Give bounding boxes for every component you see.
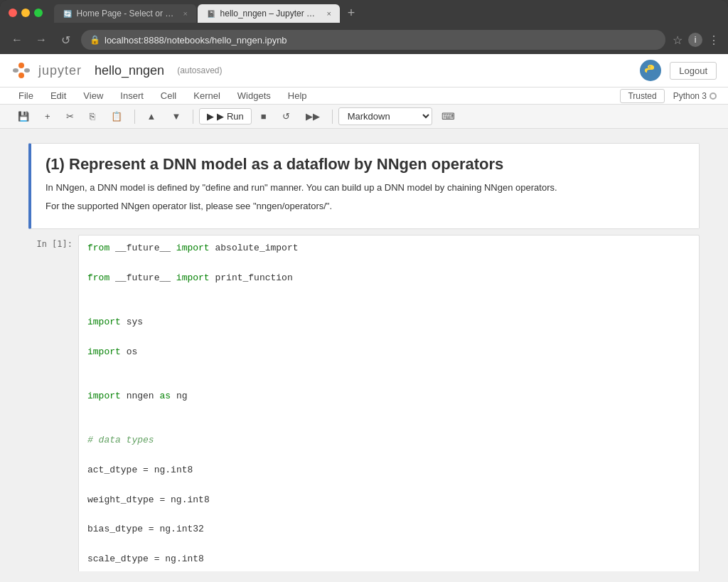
menu-insert[interactable]: Insert	[113, 88, 151, 104]
markdown-para-1: In NNgen, a DNN model is defined by "def…	[46, 181, 685, 195]
tab-close-jupyter[interactable]: ×	[327, 9, 331, 18]
tab-label-home: Home Page - Select or create ...	[77, 9, 176, 18]
lock-icon: 🔒	[90, 35, 100, 45]
kernel-status-circle	[710, 92, 717, 100]
new-tab-button[interactable]: +	[341, 3, 361, 23]
markdown-para-2: For the supported NNgen operator list, p…	[46, 199, 685, 213]
menu-view[interactable]: View	[76, 88, 110, 104]
cell-type-select[interactable]: Markdown Code Raw NBConvert	[338, 107, 432, 125]
move-up-button[interactable]: ▲	[141, 107, 163, 125]
paste-button[interactable]: 📋	[105, 107, 129, 125]
copy-button[interactable]: ⎘	[83, 107, 102, 125]
cell-label: In [1]:	[28, 235, 78, 249]
interrupt-button[interactable]: ■	[255, 107, 273, 125]
browser-actions: ☆ i ⋮	[673, 33, 719, 47]
url-bar[interactable]: 🔒 localhost:8888/notebooks/hello_nngen.i…	[81, 30, 665, 50]
notebook-area: (1) Represent a DNN model as a dataflow …	[0, 129, 728, 571]
toolbar-separator-1	[134, 110, 135, 124]
menu-widgets[interactable]: Widgets	[230, 88, 278, 104]
trusted-badge[interactable]: Trusted	[620, 89, 664, 103]
run-button[interactable]: ▶ ▶ Run	[199, 108, 251, 125]
jupyter-logo-area: jupyter hello_nngen (autosaved)	[11, 60, 223, 80]
toolbar-separator-2	[193, 110, 193, 124]
move-down-button[interactable]: ▼	[165, 107, 187, 125]
tab-favicon-home: 🔄	[63, 9, 73, 18]
header-right: Logout	[640, 60, 717, 81]
cell-input[interactable]: from __future__ import absolute_import f…	[78, 235, 700, 571]
menu-kernel[interactable]: Kernel	[186, 88, 228, 104]
cut-button[interactable]: ✂	[60, 107, 80, 125]
add-cell-button[interactable]: +	[38, 107, 57, 125]
traffic-lights	[9, 9, 43, 17]
markdown-cell[interactable]: (1) Represent a DNN model as a dataflow …	[28, 143, 700, 229]
forward-button[interactable]: →	[33, 31, 50, 48]
close-button[interactable]	[9, 9, 17, 17]
back-button[interactable]: ←	[9, 31, 26, 48]
svg-point-3	[24, 68, 30, 73]
code-cell-1: In [1]: from __future__ import absolute_…	[28, 235, 700, 571]
kernel-badge: Python 3	[673, 91, 717, 101]
menu-cell[interactable]: Cell	[154, 88, 183, 104]
menu-icon[interactable]: ⋮	[708, 33, 719, 47]
restart-button[interactable]: ↺	[276, 107, 296, 125]
tab-favicon-jupyter: 📓	[206, 9, 216, 18]
reload-button[interactable]: ↺	[57, 31, 74, 48]
menu-file[interactable]: File	[11, 88, 41, 104]
tabs-bar: 🔄 Home Page - Select or create ... × 📓 h…	[54, 3, 719, 23]
jupyter-content: jupyter hello_nngen (autosaved) Logout F…	[0, 54, 728, 582]
menu-edit[interactable]: Edit	[43, 88, 73, 104]
tab-home[interactable]: 🔄 Home Page - Select or create ... ×	[54, 4, 196, 23]
url-text: localhost:8888/notebooks/hello_nngen.ipy…	[105, 35, 287, 46]
toolbar: 💾 + ✂ ⎘ 📋 ▲ ▼ ▶ ▶ Run ■ ↺ ▶▶ Markdown Co…	[0, 105, 728, 129]
jupyter-wordmark: jupyter	[38, 63, 82, 78]
run-icon: ▶	[207, 111, 214, 122]
tab-close-home[interactable]: ×	[183, 9, 188, 18]
tab-label-jupyter: hello_nngen – Jupyter Notebo...	[220, 9, 320, 18]
fast-forward-button[interactable]: ▶▶	[299, 107, 326, 125]
svg-point-2	[13, 68, 18, 73]
svg-point-1	[18, 73, 24, 78]
maximize-button[interactable]	[34, 9, 43, 17]
svg-point-0	[18, 63, 24, 68]
toolbar-separator-3	[332, 110, 333, 124]
python-icon	[640, 60, 661, 81]
kernel-label: Python 3	[673, 91, 707, 101]
info-icon[interactable]: i	[688, 33, 702, 47]
logout-button[interactable]: Logout	[670, 62, 717, 80]
notebook-title[interactable]: hello_nngen	[95, 63, 164, 78]
bookmark-icon[interactable]: ☆	[673, 33, 682, 47]
autosaved-status: (autosaved)	[177, 65, 222, 75]
markdown-heading: (1) Represent a DNN model as a dataflow …	[46, 155, 685, 174]
menu-help[interactable]: Help	[281, 88, 314, 104]
save-button[interactable]: 💾	[11, 107, 36, 125]
title-bar: 🔄 Home Page - Select or create ... × 📓 h…	[0, 0, 728, 26]
minimize-button[interactable]	[21, 9, 30, 17]
tab-jupyter[interactable]: 📓 hello_nngen – Jupyter Notebo... ×	[198, 4, 340, 23]
jupyter-logo	[11, 60, 31, 80]
address-bar: ← → ↺ 🔒 localhost:8888/notebooks/hello_n…	[0, 26, 728, 54]
menu-bar: File Edit View Insert Cell Kernel Widget…	[0, 88, 728, 105]
run-label: ▶ Run	[217, 111, 243, 122]
keyboard-shortcut-button[interactable]: ⌨	[435, 107, 461, 125]
jupyter-header: jupyter hello_nngen (autosaved) Logout	[0, 54, 728, 88]
